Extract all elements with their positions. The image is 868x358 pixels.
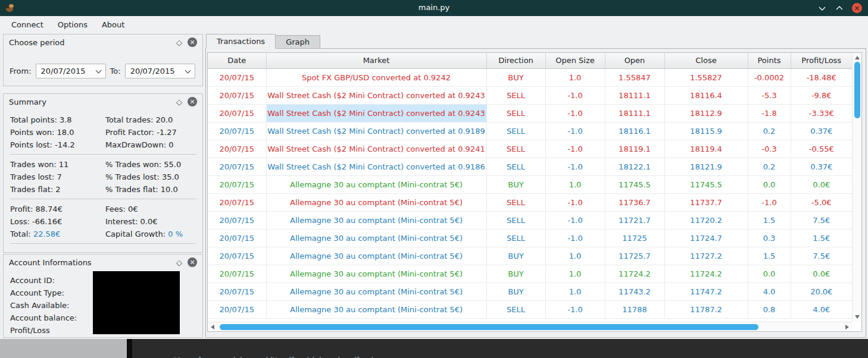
float-panel-icon[interactable]: ◇ xyxy=(176,98,182,106)
column-header-open-size[interactable]: Open Size xyxy=(545,53,605,68)
cell-date[interactable]: 20/07/15 xyxy=(208,68,266,86)
cell-direction[interactable]: BUY xyxy=(486,247,545,265)
cell-date[interactable]: 20/07/15 xyxy=(208,175,266,193)
cell-date[interactable]: 20/07/15 xyxy=(208,265,266,282)
cell-points[interactable]: 0.3 xyxy=(748,229,791,247)
cell-close[interactable]: 18112.9 xyxy=(664,104,748,122)
column-header-close[interactable]: Close xyxy=(664,53,748,68)
cell-open[interactable]: 11736.7 xyxy=(605,193,664,211)
cell-points[interactable]: -1.8 xyxy=(748,104,791,122)
cell-open-size[interactable]: -1.0 xyxy=(545,104,605,122)
column-header-market[interactable]: Market xyxy=(266,53,486,68)
cell-profit-loss[interactable]: -5.0€ xyxy=(791,193,852,211)
cell-direction[interactable]: BUY xyxy=(486,68,545,86)
column-header-direction[interactable]: Direction xyxy=(486,53,545,68)
cell-open-size[interactable]: 1.0 xyxy=(545,175,605,193)
cell-open[interactable]: 11724.2 xyxy=(605,265,664,282)
cell-close[interactable]: 18121.9 xyxy=(664,158,748,175)
transaction-row[interactable]: 20/07/15Spot FX GBP/USD converted at 0.9… xyxy=(208,68,852,86)
cell-open[interactable]: 11745.5 xyxy=(605,175,664,193)
cell-open[interactable]: 1.55847 xyxy=(605,68,664,86)
cell-close[interactable]: 11724.2 xyxy=(664,265,748,282)
cell-open[interactable]: 18119.1 xyxy=(605,140,664,158)
cell-open-size[interactable]: -1.0 xyxy=(545,122,605,140)
vertical-scrollbar[interactable] xyxy=(852,53,861,322)
cell-market[interactable]: Allemagne 30 au comptant (Mini-contrat 5… xyxy=(266,247,486,265)
cell-market[interactable]: Allemagne 30 au comptant (Mini-contrat 5… xyxy=(266,300,486,318)
close-panel-icon[interactable]: ✕ xyxy=(188,97,197,106)
cell-market[interactable]: Wall Street Cash ($2 Mini Contract) conv… xyxy=(266,104,486,122)
cell-profit-loss[interactable]: -9.8€ xyxy=(791,86,852,104)
cell-market[interactable]: Wall Street Cash ($2 Mini Contract) conv… xyxy=(266,140,486,158)
close-panel-icon[interactable]: ✕ xyxy=(188,257,197,267)
cell-close[interactable]: 11745.5 xyxy=(664,175,748,193)
cell-profit-loss[interactable]: 0.0€ xyxy=(791,175,852,193)
cell-points[interactable]: 1.5 xyxy=(748,211,791,229)
from-date-combobox[interactable]: 20/07/2015 xyxy=(36,64,106,78)
transaction-row[interactable]: 20/07/15Wall Street Cash ($2 Mini Contra… xyxy=(208,140,852,158)
cell-close[interactable]: 11720.2 xyxy=(664,211,748,229)
cell-profit-loss[interactable]: 1.5€ xyxy=(791,229,852,247)
cell-market[interactable]: Spot FX GBP/USD converted at 0.9242 xyxy=(266,68,486,86)
cell-close[interactable]: 18115.9 xyxy=(664,122,748,140)
transaction-row[interactable]: 20/07/15Allemagne 30 au comptant (Mini-c… xyxy=(208,211,852,229)
cell-profit-loss[interactable]: 20.0€ xyxy=(791,282,852,300)
cell-open-size[interactable]: -1.0 xyxy=(545,300,605,318)
scroll-up-icon[interactable] xyxy=(855,56,860,59)
cell-open-size[interactable]: 1.0 xyxy=(545,68,605,86)
transaction-row[interactable]: 20/07/15Allemagne 30 au comptant (Mini-c… xyxy=(208,265,852,282)
cell-date[interactable]: 20/07/15 xyxy=(208,247,266,265)
cell-date[interactable]: 20/07/15 xyxy=(208,193,266,211)
cell-date[interactable]: 20/07/15 xyxy=(208,122,266,140)
cell-points[interactable]: 0.2 xyxy=(748,158,791,175)
cell-open-size[interactable]: 1.0 xyxy=(545,282,605,300)
scroll-right-icon[interactable] xyxy=(845,325,849,329)
cell-profit-loss[interactable]: 4.0€ xyxy=(791,300,852,318)
cell-market[interactable]: Allemagne 30 au comptant (Mini-contrat 5… xyxy=(266,175,486,193)
cell-close[interactable]: 11737.7 xyxy=(664,193,748,211)
cell-market[interactable]: Allemagne 30 au comptant (Mini-contrat 5… xyxy=(266,229,486,247)
cell-open-size[interactable]: -1.0 xyxy=(545,211,605,229)
cell-close[interactable]: 18119.4 xyxy=(664,140,748,158)
cell-date[interactable]: 20/07/15 xyxy=(208,229,266,247)
cell-profit-loss[interactable]: -3.33€ xyxy=(791,104,852,122)
cell-open[interactable]: 18111.1 xyxy=(605,104,664,122)
cell-open[interactable]: 18116.1 xyxy=(605,122,664,140)
cell-open-size[interactable]: -1.0 xyxy=(545,158,605,175)
cell-direction[interactable]: SELL xyxy=(486,211,545,229)
cell-profit-loss[interactable]: 0.37€ xyxy=(791,122,852,140)
cell-date[interactable]: 20/07/15 xyxy=(208,300,266,318)
transaction-row[interactable]: 20/07/15Allemagne 30 au comptant (Mini-c… xyxy=(208,300,852,318)
cell-date[interactable]: 20/07/15 xyxy=(208,282,266,300)
cell-market[interactable]: Allemagne 30 au comptant (Mini-contrat 5… xyxy=(266,193,486,211)
column-header-open[interactable]: Open xyxy=(605,53,664,68)
cell-open[interactable]: 11721.7 xyxy=(605,211,664,229)
transaction-row[interactable]: 20/07/15Allemagne 30 au comptant (Mini-c… xyxy=(208,175,852,193)
cell-points[interactable]: 0.0 xyxy=(748,265,791,282)
cell-date[interactable]: 20/07/15 xyxy=(208,158,266,175)
cell-open-size[interactable]: -1.0 xyxy=(545,140,605,158)
transaction-row[interactable]: 20/07/15Wall Street Cash ($2 Mini Contra… xyxy=(208,122,852,140)
cell-profit-loss[interactable]: -0.55€ xyxy=(791,140,852,158)
cell-date[interactable]: 20/07/15 xyxy=(208,86,266,104)
transaction-row[interactable]: 20/07/15Wall Street Cash ($2 Mini Contra… xyxy=(208,104,852,122)
cell-date[interactable]: 20/07/15 xyxy=(208,211,266,229)
cell-direction[interactable]: BUY xyxy=(486,175,545,193)
menu-options[interactable]: Options xyxy=(51,18,94,32)
transaction-row[interactable]: 20/07/15Allemagne 30 au comptant (Mini-c… xyxy=(208,282,852,300)
vertical-scrollbar-thumb[interactable] xyxy=(854,62,860,118)
float-panel-icon[interactable]: ◇ xyxy=(176,39,182,46)
cell-direction[interactable]: SELL xyxy=(486,86,545,104)
cell-points[interactable]: 0.8 xyxy=(748,300,791,318)
column-header-points[interactable]: Points xyxy=(748,53,791,68)
cell-direction[interactable]: SELL xyxy=(486,158,545,175)
cell-profit-loss[interactable]: 0.0€ xyxy=(791,265,852,282)
cell-points[interactable]: 1.5 xyxy=(748,247,791,265)
menu-connect[interactable]: Connect xyxy=(5,18,50,32)
cell-profit-loss[interactable]: -18.48€ xyxy=(791,68,852,86)
transaction-row[interactable]: 20/07/15Allemagne 30 au comptant (Mini-c… xyxy=(208,229,852,247)
cell-open[interactable]: 11788 xyxy=(605,300,664,318)
cell-market[interactable]: Wall Street Cash ($2 Mini Contract) conv… xyxy=(266,122,486,140)
cell-direction[interactable]: SELL xyxy=(486,193,545,211)
cell-direction[interactable]: SELL xyxy=(486,229,545,247)
